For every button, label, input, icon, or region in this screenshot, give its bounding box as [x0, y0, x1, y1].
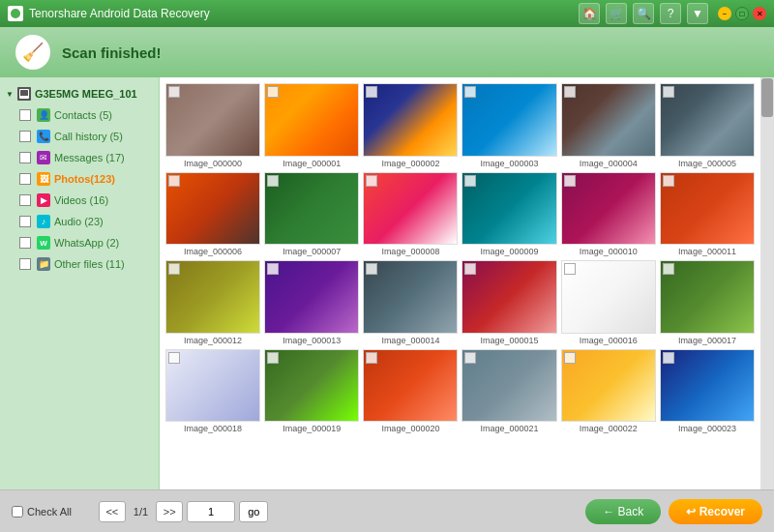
photo-label: Image_000014 [381, 336, 439, 345]
photo-checkbox[interactable] [464, 175, 476, 187]
photo-checkbox[interactable] [168, 352, 180, 364]
home-button[interactable]: 🏠 [579, 3, 600, 24]
sidebar-item-calls[interactable]: 📞 Call history (5) [0, 126, 159, 147]
sidebar-item-messages[interactable]: ✉ Messages (17) [0, 147, 159, 168]
contacts-checkbox[interactable] [19, 109, 31, 121]
messages-icon: ✉ [37, 151, 50, 164]
photo-label: Image_000017 [678, 336, 736, 345]
sidebar-item-whatsapp[interactable]: W WhatsApp (2) [0, 232, 159, 253]
minimize-button[interactable]: − [718, 7, 731, 20]
photo-item[interactable]: Image_000019 [264, 349, 359, 434]
photos-checkbox[interactable] [19, 173, 31, 185]
recover-button[interactable]: ↩ Recover [669, 499, 762, 524]
photo-item[interactable]: Image_000017 [660, 260, 755, 345]
videos-checkbox[interactable] [19, 194, 31, 206]
sidebar-item-contacts[interactable]: 👤 Contacts (5) [0, 104, 159, 126]
photo-item[interactable]: Image_000007 [264, 172, 359, 257]
photo-thumbnail [561, 83, 656, 157]
photo-item[interactable]: Image_000009 [461, 172, 556, 257]
photo-checkbox[interactable] [267, 263, 279, 275]
photo-item[interactable]: Image_000021 [461, 349, 556, 434]
photo-item[interactable]: Image_000015 [461, 260, 556, 345]
photo-thumbnail [660, 83, 755, 157]
close-button[interactable]: ✕ [753, 7, 766, 20]
photo-checkbox[interactable] [564, 86, 576, 98]
photo-item[interactable]: Image_000000 [165, 83, 260, 168]
photo-thumbnail [461, 172, 556, 246]
page-input[interactable] [187, 501, 235, 522]
calls-checkbox[interactable] [19, 131, 31, 142]
photo-checkbox[interactable] [663, 352, 674, 364]
calls-label: Call history (5) [54, 131, 123, 142]
photo-thumbnail [165, 172, 260, 246]
maximize-button[interactable]: □ [735, 7, 749, 20]
audio-checkbox[interactable] [19, 216, 31, 227]
photo-item[interactable]: Image_000018 [165, 349, 260, 434]
photo-checkbox[interactable] [663, 263, 674, 275]
photo-item[interactable]: Image_000016 [561, 260, 656, 345]
photo-checkbox[interactable] [267, 352, 279, 364]
messages-checkbox[interactable] [19, 152, 31, 163]
whatsapp-checkbox[interactable] [19, 237, 31, 249]
sidebar-item-files[interactable]: 📁 Other files (11) [0, 253, 159, 275]
photo-checkbox[interactable] [267, 175, 279, 187]
help-button[interactable]: ? [660, 3, 681, 24]
photo-label: Image_000004 [580, 159, 638, 168]
photo-item[interactable]: Image_000020 [363, 349, 458, 434]
photo-item[interactable]: Image_000023 [660, 349, 755, 434]
search-button[interactable]: 🔍 [633, 3, 654, 24]
photo-item[interactable]: Image_000008 [363, 172, 458, 257]
prev-page-button[interactable]: << [99, 501, 126, 522]
photo-checkbox[interactable] [366, 352, 377, 364]
photo-checkbox[interactable] [464, 263, 476, 275]
photo-checkbox[interactable] [168, 86, 180, 98]
photo-checkbox[interactable] [464, 352, 476, 364]
files-checkbox[interactable] [19, 258, 31, 270]
photo-checkbox[interactable] [663, 86, 674, 98]
cart-button[interactable]: 🛒 [606, 3, 627, 24]
photo-item[interactable]: Image_000012 [165, 260, 260, 345]
photo-item[interactable]: Image_000022 [561, 349, 656, 434]
photo-checkbox[interactable] [168, 263, 180, 275]
photo-thumbnail [264, 172, 359, 246]
photo-item[interactable]: Image_000014 [363, 260, 458, 345]
photo-checkbox[interactable] [366, 263, 377, 275]
photo-checkbox[interactable] [464, 86, 476, 98]
photo-item[interactable]: Image_000010 [561, 172, 656, 257]
photo-item[interactable]: Image_000011 [660, 172, 755, 257]
pager: << 1/1 >> go [99, 501, 269, 522]
photo-item[interactable]: Image_000003 [461, 83, 556, 168]
photo-checkbox[interactable] [564, 175, 576, 187]
photo-label: Image_000019 [283, 424, 341, 433]
device-header[interactable]: ▼ G3E5MG MEEG_101 [0, 83, 159, 104]
menu-button[interactable]: ▼ [687, 3, 708, 24]
next-page-button[interactable]: >> [156, 501, 183, 522]
photo-checkbox[interactable] [564, 263, 576, 275]
photo-item[interactable]: Image_000001 [264, 83, 359, 168]
status-bar: 🧹 Scan finished! [0, 27, 774, 77]
go-button[interactable]: go [239, 501, 268, 522]
sidebar-item-photos[interactable]: 🖼 Photos(123) [0, 168, 159, 190]
photo-thumbnail [264, 349, 359, 423]
photo-thumbnail [461, 349, 556, 423]
photo-label: Image_000010 [580, 247, 638, 256]
sidebar: ▼ G3E5MG MEEG_101 👤 Contacts (5) 📞 Call … [0, 77, 160, 489]
photo-item[interactable]: Image_000013 [264, 260, 359, 345]
back-button[interactable]: ← Back [585, 499, 661, 524]
photo-item[interactable]: Image_000005 [660, 83, 755, 168]
photo-checkbox[interactable] [663, 175, 674, 187]
whatsapp-icon: W [37, 236, 50, 250]
sidebar-item-videos[interactable]: ▶ Videos (16) [0, 190, 159, 211]
photo-checkbox[interactable] [366, 86, 377, 98]
photo-checkbox[interactable] [168, 175, 180, 187]
photo-item[interactable]: Image_000002 [363, 83, 458, 168]
scrollbar-thumb[interactable] [761, 78, 773, 117]
check-all-checkbox[interactable] [12, 506, 23, 517]
photo-checkbox[interactable] [366, 175, 377, 187]
photo-item[interactable]: Image_000006 [165, 172, 260, 257]
photo-item[interactable]: Image_000004 [561, 83, 656, 168]
photo-checkbox[interactable] [267, 86, 279, 98]
photo-checkbox[interactable] [564, 352, 576, 364]
sidebar-item-audio[interactable]: ♪ Audio (23) [0, 211, 159, 232]
scrollbar[interactable] [760, 77, 774, 489]
